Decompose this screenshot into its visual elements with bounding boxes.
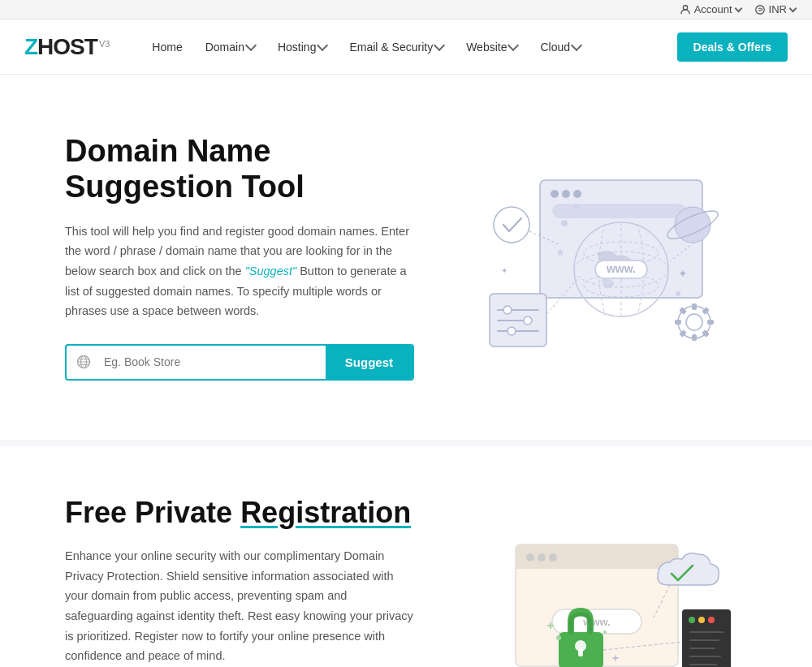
globe-search-icon xyxy=(76,355,91,369)
nav-item-website[interactable]: Website xyxy=(456,34,527,60)
svg-point-51 xyxy=(526,553,534,562)
svg-point-0 xyxy=(683,5,687,9)
nav-item-domain[interactable]: Domain xyxy=(196,34,265,60)
svg-point-37 xyxy=(508,327,516,335)
nav-email-security-label: Email & Security xyxy=(349,41,433,54)
svg-point-35 xyxy=(503,306,512,314)
account-menu[interactable]: Account xyxy=(680,3,741,15)
domain-chevron-icon xyxy=(245,40,257,51)
svg-point-22 xyxy=(686,314,702,330)
section1-content: Domain Name Suggestion Tool This tool wi… xyxy=(65,134,414,381)
website-chevron-icon xyxy=(508,40,519,51)
section2-content: Free Private Registration Enhance your o… xyxy=(65,495,414,667)
suggest-button[interactable]: Suggest xyxy=(326,346,412,379)
main-nav: Home Domain Hosting Email & Security Web… xyxy=(142,34,676,60)
privacy-illustration-svg: www. xyxy=(443,512,735,667)
nav-cloud-label: Cloud xyxy=(540,41,570,54)
nav-hosting-label: Hosting xyxy=(278,41,316,54)
svg-point-46 xyxy=(574,204,579,209)
suggest-link-text: "Suggest" xyxy=(245,265,297,278)
privacy-registration-section: Free Private Registration Enhance your o… xyxy=(0,446,812,667)
hosting-chevron-icon xyxy=(317,40,328,51)
svg-rect-24 xyxy=(692,334,697,341)
main-content: Domain Name Suggestion Tool This tool wi… xyxy=(0,75,812,667)
svg-point-61 xyxy=(689,617,695,623)
section1-illustration: www. xyxy=(414,136,763,379)
svg-text:www.: www. xyxy=(606,262,636,275)
domain-illustration-svg: www. xyxy=(434,136,743,379)
logo-z: Z xyxy=(24,34,37,60)
svg-point-36 xyxy=(524,316,532,325)
heading-underlined: Registration xyxy=(240,496,411,529)
svg-point-70 xyxy=(603,630,607,634)
svg-rect-58 xyxy=(578,648,583,656)
search-icon-wrap xyxy=(67,355,101,369)
nav-item-email-security[interactable]: Email & Security xyxy=(339,34,453,60)
account-label: Account xyxy=(694,3,732,15)
section2-description: Enhance your online security with our co… xyxy=(65,546,414,666)
logo-v3: V3 xyxy=(99,39,110,49)
svg-point-47 xyxy=(676,291,680,296)
nav-website-label: Website xyxy=(466,41,507,54)
nav-item-cloud[interactable]: Cloud xyxy=(530,34,590,60)
svg-text:✦: ✦ xyxy=(678,267,688,280)
svg-rect-11 xyxy=(552,204,686,218)
currency-label: INR xyxy=(769,3,787,15)
section-divider xyxy=(0,440,812,446)
top-bar: Account INR xyxy=(0,0,812,19)
svg-point-45 xyxy=(561,220,568,226)
svg-point-1 xyxy=(755,5,764,14)
section2-heading: Free Private Registration xyxy=(65,495,414,530)
domain-suggestion-section: Domain Name Suggestion Tool This tool wi… xyxy=(0,75,812,440)
section1-description: This tool will help you find and registe… xyxy=(65,222,414,321)
account-icon xyxy=(680,4,691,15)
svg-point-62 xyxy=(698,617,705,623)
nav-home-label: Home xyxy=(152,41,182,54)
main-header: Z HOST V3 Home Domain Hosting Email & Se… xyxy=(0,19,812,75)
nav-domain-label: Domain xyxy=(205,41,244,54)
svg-point-52 xyxy=(538,553,546,562)
section2-illustration: www. xyxy=(414,512,763,667)
section1-heading: Domain Name Suggestion Tool xyxy=(65,134,414,204)
svg-rect-25 xyxy=(675,320,681,325)
nav-item-hosting[interactable]: Hosting xyxy=(268,34,336,60)
heading-plain: Free Private xyxy=(65,496,240,529)
svg-text:✦: ✦ xyxy=(501,266,508,275)
svg-point-10 xyxy=(573,190,581,198)
nav-item-home[interactable]: Home xyxy=(142,34,192,60)
svg-point-53 xyxy=(549,553,557,562)
svg-point-9 xyxy=(562,190,570,198)
currency-menu[interactable]: INR xyxy=(754,3,796,15)
cloud-chevron-icon xyxy=(571,40,582,51)
svg-rect-26 xyxy=(707,320,714,325)
deals-offers-button[interactable]: Deals & Offers xyxy=(677,32,788,62)
svg-point-8 xyxy=(551,190,559,198)
svg-rect-23 xyxy=(692,303,697,310)
email-security-chevron-icon xyxy=(434,40,445,51)
account-chevron xyxy=(734,5,742,13)
currency-chevron xyxy=(789,5,797,13)
currency-icon xyxy=(754,4,766,15)
svg-point-40 xyxy=(494,207,529,243)
domain-search-box: Suggest xyxy=(65,344,414,381)
svg-point-69 xyxy=(556,635,561,640)
logo[interactable]: Z HOST V3 xyxy=(24,34,110,60)
svg-point-63 xyxy=(708,617,715,623)
logo-host: HOST xyxy=(37,34,97,60)
domain-search-input[interactable] xyxy=(101,346,326,378)
